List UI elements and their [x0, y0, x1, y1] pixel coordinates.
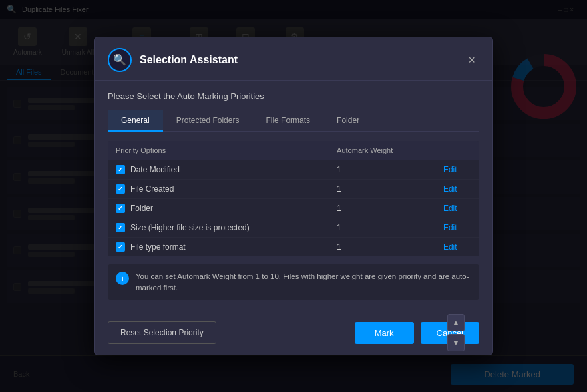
row-label: Date Modified — [130, 165, 180, 174]
info-icon: i — [116, 272, 129, 285]
magnifier-icon: 🔍 — [113, 53, 126, 66]
row-date-modified: Date Modified — [108, 160, 329, 179]
close-button[interactable]: × — [464, 53, 479, 67]
checkbox-file-created[interactable] — [116, 184, 125, 194]
checkbox-size[interactable] — [116, 223, 125, 232]
scroll-arrows: ▲ ▼ — [447, 314, 465, 351]
dialog-title: Selection Assistant — [140, 54, 456, 66]
table-body: Date Modified 1 Edit — [108, 160, 479, 256]
checkbox-cell: Size (Higher file size is protected) — [116, 223, 321, 232]
scroll-up-button[interactable]: ▲ — [447, 314, 465, 331]
col-priority-options: Priority Options — [108, 141, 329, 160]
tab-protected-folders[interactable]: Protected Folders — [163, 110, 253, 132]
row-weight: 1 — [329, 218, 435, 237]
table-header: Priority Options Automark Weight — [108, 141, 479, 160]
row-edit: Edit — [435, 160, 479, 179]
row-edit: Edit — [435, 179, 479, 198]
dialog-subtitle: Please Select the Auto Marking Prioritie… — [108, 91, 479, 101]
table-row: Folder 1 Edit — [108, 198, 479, 218]
table-row: File type format 1 Edit — [108, 237, 479, 256]
edit-link-folder[interactable]: Edit — [443, 204, 457, 213]
row-label: Folder — [130, 204, 153, 213]
row-weight: 1 — [329, 160, 435, 179]
info-text: You can set Automark Weight from 1 to 10… — [136, 271, 471, 294]
tab-folder[interactable]: Folder — [323, 110, 373, 132]
edit-link-file-type[interactable]: Edit — [443, 242, 457, 252]
checkbox-cell: File type format — [116, 242, 321, 252]
modal-overlay: 🔍 Selection Assistant × Please Select th… — [0, 0, 587, 392]
dialog-footer: Reset Selection Priority Mark Cancel — [95, 321, 492, 355]
edit-link-date-modified[interactable]: Edit — [443, 165, 457, 174]
priority-table: Priority Options Automark Weight Date Mo… — [108, 141, 479, 256]
dialog-header: 🔍 Selection Assistant × — [95, 37, 492, 81]
row-edit: Edit — [435, 237, 479, 256]
row-file-type: File type format — [108, 237, 329, 256]
row-edit: Edit — [435, 198, 479, 218]
table-row: Size (Higher file size is protected) 1 E… — [108, 218, 479, 237]
row-weight: 1 — [329, 179, 435, 198]
row-label: File Created — [130, 184, 174, 194]
table-row: Date Modified 1 Edit — [108, 160, 479, 179]
edit-link-size[interactable]: Edit — [443, 223, 457, 232]
row-weight: 1 — [329, 237, 435, 256]
row-size: Size (Higher file size is protected) — [108, 218, 329, 237]
dialog-icon: 🔍 — [108, 48, 132, 72]
mark-button[interactable]: Mark — [355, 322, 414, 344]
checkbox-file-type[interactable] — [116, 242, 125, 252]
col-automark-weight: Automark Weight — [329, 141, 435, 160]
tab-file-formats[interactable]: File Formats — [252, 110, 323, 132]
table-row: File Created 1 Edit — [108, 179, 479, 198]
row-file-created: File Created — [108, 179, 329, 198]
checkbox-date-modified[interactable] — [116, 165, 125, 174]
row-label: File type format — [130, 242, 186, 252]
row-label: Size (Higher file size is protected) — [130, 223, 250, 232]
col-actions — [435, 141, 479, 160]
checkbox-cell: File Created — [116, 184, 321, 194]
selection-assistant-dialog: 🔍 Selection Assistant × Please Select th… — [94, 37, 493, 356]
tab-general[interactable]: General — [108, 110, 163, 132]
dialog-tabs: General Protected Folders File Formats F… — [108, 110, 479, 132]
reset-selection-priority-button[interactable]: Reset Selection Priority — [108, 321, 216, 344]
checkbox-folder[interactable] — [116, 204, 125, 213]
checkbox-cell: Folder — [116, 204, 321, 213]
row-folder: Folder — [108, 198, 329, 218]
row-weight: 1 — [329, 198, 435, 218]
edit-link-file-created[interactable]: Edit — [443, 184, 457, 194]
checkbox-cell: Date Modified — [116, 165, 321, 174]
info-box: i You can set Automark Weight from 1 to … — [108, 264, 479, 301]
row-edit: Edit — [435, 218, 479, 237]
dialog-body: Please Select the Auto Marking Prioritie… — [95, 81, 492, 322]
priority-table-wrapper: Priority Options Automark Weight Date Mo… — [108, 141, 479, 256]
scroll-down-button[interactable]: ▼ — [447, 334, 465, 351]
